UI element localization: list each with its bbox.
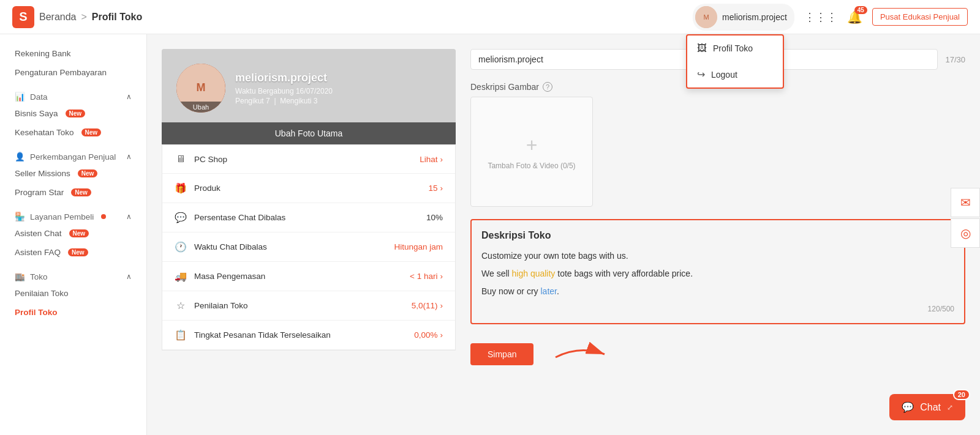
expand-icon: ⤢ xyxy=(947,403,953,412)
sidebar-item-program-star[interactable]: Program Star New xyxy=(0,183,146,202)
plus-icon: + xyxy=(526,134,538,157)
save-button[interactable]: Simpan xyxy=(470,343,533,365)
penilaian-label: Penilaian Toko xyxy=(194,301,404,310)
float-buttons: ✉ ◎ xyxy=(951,188,980,248)
shop-avatar: M Ubah xyxy=(176,64,225,113)
notification-bell[interactable]: 🔔 45 xyxy=(847,10,862,24)
persentase-value: 10% xyxy=(426,213,443,222)
shop-name-counter: 17/30 xyxy=(945,55,965,64)
sidebar-item-rekening-bank[interactable]: Rekening Bank xyxy=(0,44,146,63)
sidebar-section-toko: 🏬 Toko ∧ xyxy=(0,267,146,284)
layanan-pembeli-icon: 🏪 xyxy=(15,212,25,221)
asisten-faq-badge: New xyxy=(68,248,88,256)
data-section-icon: 📊 xyxy=(15,92,25,102)
deskripsi-toko-title: Deskripsi Toko xyxy=(481,230,954,241)
penilaian-value[interactable]: 5,0(11) › xyxy=(412,301,443,310)
pc-shop-value[interactable]: Lihat › xyxy=(420,155,443,164)
layout: Rekening Bank Pengaturan Pembayaran 📊 Da… xyxy=(0,34,980,435)
waktu-label: Waktu Chat Dibalas xyxy=(194,242,386,251)
shop-banner: M Ubah meliorism.project Waktu Bergabung… xyxy=(162,49,456,122)
dropdown-logout[interactable]: ↪ Logout xyxy=(687,61,783,87)
sidebar-section-perkembangan: 👤 Perkembangan Penjual ∧ xyxy=(0,147,146,164)
shop-join-date: Waktu Bergabung 16/07/2020 xyxy=(235,87,333,95)
dropdown-profil-toko-label: Profil Toko xyxy=(713,43,753,53)
chat-button[interactable]: 💬 Chat 20 ⤢ xyxy=(889,394,965,420)
image-upload-area[interactable]: + Tambah Foto & Video (0/5) xyxy=(470,97,593,207)
sidebar-item-kesehatan-toko[interactable]: Kesehatan Toko New xyxy=(0,123,146,142)
shop-row-masa-pengemasan[interactable]: 🚚 Masa Pengemasan < 1 hari › xyxy=(162,262,455,291)
data-chevron-icon: ∧ xyxy=(126,92,132,101)
tingkat-label: Tingkat Pesanan Tidak Terselesaikan xyxy=(194,330,407,340)
left-panel: M Ubah meliorism.project Waktu Bergabung… xyxy=(162,49,456,420)
breadcrumb-current: Profil Toko xyxy=(92,12,142,23)
shop-row-pc-shop[interactable]: 🖥 PC Shop Lihat › xyxy=(162,145,455,174)
grid-icon[interactable]: ⋮⋮⋮ xyxy=(804,10,837,24)
sidebar-item-asisten-faq[interactable]: Asisten FAQ New xyxy=(0,243,146,262)
program-star-label: Program Star xyxy=(15,188,64,197)
user-menu[interactable]: M meliorism.project xyxy=(693,4,794,31)
float-refresh-button[interactable]: ◎ xyxy=(951,218,980,248)
pc-shop-label: PC Shop xyxy=(194,155,412,164)
star-icon: ☆ xyxy=(175,300,187,311)
help-icon[interactable]: ? xyxy=(543,82,552,92)
tingkat-value[interactable]: 0,00% › xyxy=(414,330,443,340)
dropdown-profil-toko[interactable]: 🖼 Profil Toko xyxy=(687,35,783,61)
seller-missions-label: Seller Missions xyxy=(15,169,70,178)
float-chat-icon: ✉ xyxy=(960,195,971,210)
shop-row-produk[interactable]: 🎁 Produk 15 › xyxy=(162,174,455,203)
sidebar-item-penilaian-toko[interactable]: Penilaian Toko xyxy=(0,284,146,303)
dropdown-menu: 🖼 Profil Toko ↪ Logout xyxy=(686,34,784,89)
program-star-badge: New xyxy=(71,188,91,196)
shopee-logo: S xyxy=(12,6,34,28)
sidebar-item-profil-toko[interactable]: Profil Toko xyxy=(0,303,146,322)
avatar: M xyxy=(695,6,717,28)
perkembangan-icon: 👤 xyxy=(15,152,25,162)
breadcrumb-home[interactable]: Beranda xyxy=(39,12,77,23)
desc-line-2: We sell high quality tote bags with very… xyxy=(481,266,954,281)
ubah-foto-button[interactable]: Ubah Foto Utama xyxy=(162,122,456,144)
data-section-label: Data xyxy=(30,92,48,102)
shop-row-tingkat-pesanan[interactable]: 📋 Tingkat Pesanan Tidak Terselesaikan 0,… xyxy=(162,321,455,350)
toko-chevron-icon: ∧ xyxy=(126,272,132,281)
chat-label: Chat xyxy=(920,402,941,413)
shop-row-persentase-chat: 💬 Persentase Chat Dibalas 10% xyxy=(162,203,455,232)
education-button[interactable]: Pusat Edukasi Penjual xyxy=(872,8,968,26)
main-content: M Ubah meliorism.project Waktu Bergabung… xyxy=(147,34,980,435)
order-icon: 📋 xyxy=(175,329,187,341)
desc-line-3: Buy now or cry later. xyxy=(481,284,954,299)
kesehatan-toko-badge: New xyxy=(81,128,102,136)
header: S Beranda > Profil Toko M meliorism.proj… xyxy=(0,0,980,34)
avatar-ubah-label[interactable]: Ubah xyxy=(176,102,225,113)
sidebar-item-asisten-chat[interactable]: Asisten Chat New xyxy=(0,224,146,243)
desc-later: later xyxy=(540,286,556,296)
save-row: Simpan xyxy=(470,334,965,370)
notification-badge: 45 xyxy=(854,6,867,14)
produk-icon: 🎁 xyxy=(175,182,187,194)
svg-text:M: M xyxy=(197,81,206,94)
clock-icon: 🕐 xyxy=(175,241,187,253)
followers-stat: Pengikut 7 xyxy=(235,97,270,105)
perkembangan-label: Perkembangan Penjual xyxy=(30,152,116,162)
shop-row-penilaian[interactable]: ☆ Penilaian Toko 5,0(11) › xyxy=(162,291,455,321)
asisten-chat-badge: New xyxy=(69,229,89,237)
masa-value[interactable]: < 1 hari › xyxy=(410,272,443,281)
produk-value[interactable]: 15 › xyxy=(428,184,443,193)
sidebar-section-layanan-pembeli: 🏪 Layanan Pembeli ∧ xyxy=(0,207,146,224)
chat-icon: 💬 xyxy=(902,401,914,413)
asisten-chat-label: Asisten Chat xyxy=(15,229,62,238)
shop-rows: 🖥 PC Shop Lihat › 🎁 Produk 15 › 💬 Persen… xyxy=(162,144,456,351)
perkembangan-chevron-icon: ∧ xyxy=(126,152,132,161)
header-username: meliorism.project xyxy=(722,12,787,22)
sidebar-item-pengaturan-pembayaran[interactable]: Pengaturan Pembayaran xyxy=(0,63,146,82)
upload-text: Tambah Foto & Video (0/5) xyxy=(488,162,575,170)
float-chat-button[interactable]: ✉ xyxy=(951,188,980,217)
sidebar-item-bisnis-saya[interactable]: Bisnis Saya New xyxy=(0,104,146,123)
red-arrow xyxy=(543,339,617,370)
toko-label: Toko xyxy=(30,272,48,281)
profil-toko-icon: 🖼 xyxy=(697,43,707,54)
sidebar-section-data: 📊 Data ∧ xyxy=(0,87,146,104)
sidebar-item-seller-missions[interactable]: Seller Missions New xyxy=(0,164,146,183)
deskripsi-content: Customize your own tote bags with us. We… xyxy=(481,248,954,300)
shop-row-waktu-chat: 🕐 Waktu Chat Dibalas Hitungan jam xyxy=(162,232,455,262)
desc-counter: 120/500 xyxy=(481,305,954,313)
